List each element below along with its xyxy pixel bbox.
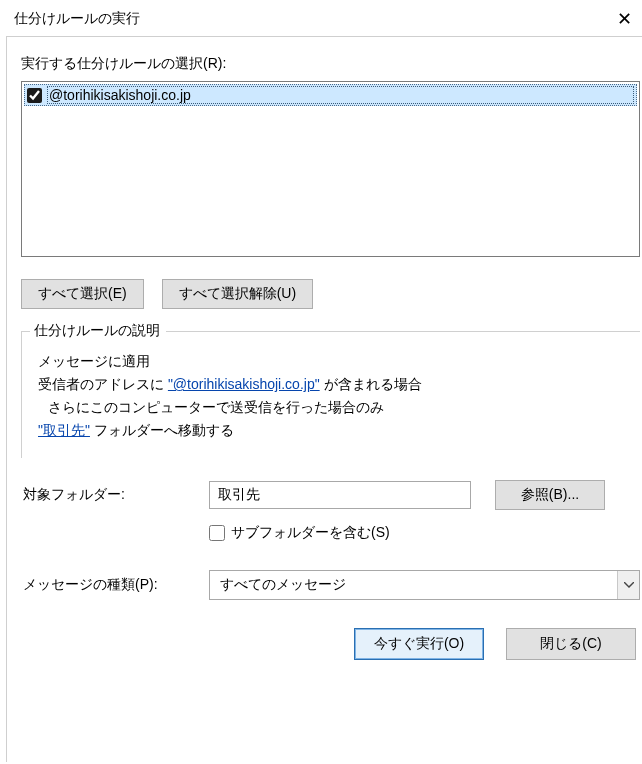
rule-description-group: 仕分けルールの説明 メッセージに適用 受信者のアドレスに "@torihikis… [21, 331, 640, 458]
rule-checkbox[interactable] [27, 88, 42, 103]
close-button[interactable]: 閉じる(C) [506, 628, 636, 660]
rule-item[interactable]: @torihikisakishoji.co.jp [24, 84, 637, 106]
browse-button[interactable]: 参照(B)... [495, 480, 605, 510]
rule-description-title: 仕分けルールの説明 [30, 322, 166, 340]
close-icon[interactable]: ✕ [602, 10, 632, 28]
desc-folder-link[interactable]: "取引先" [38, 422, 90, 438]
message-type-label: メッセージの種類(P): [21, 576, 209, 594]
desc-line3: さらにこのコンピューターで送受信を行った場合のみ [38, 396, 630, 419]
select-buttons-row: すべて選択(E) すべて選択解除(U) [21, 279, 640, 309]
desc-line2-post: が含まれる場合 [320, 376, 422, 392]
target-folder-label: 対象フォルダー: [21, 486, 209, 504]
desc-line2-pre: 受信者のアドレスに [38, 376, 168, 392]
rule-description-text: メッセージに適用 受信者のアドレスに "@torihikisakishoji.c… [22, 350, 640, 448]
deselect-all-button[interactable]: すべて選択解除(U) [162, 279, 313, 309]
select-all-button[interactable]: すべて選択(E) [21, 279, 144, 309]
subfolder-row: サブフォルダーを含む(S) [209, 524, 640, 542]
desc-address-link[interactable]: "@torihikisakishoji.co.jp" [168, 376, 320, 392]
footer-buttons: 今すぐ実行(O) 閉じる(C) [21, 628, 640, 660]
dialog-title: 仕分けルールの実行 [14, 10, 140, 28]
rule-name[interactable]: @torihikisakishoji.co.jp [47, 86, 634, 104]
desc-line4-post: フォルダーへ移動する [90, 422, 234, 438]
subfolder-label[interactable]: サブフォルダーを含む(S) [231, 524, 390, 542]
message-type-row: メッセージの種類(P): すべてのメッセージ [21, 570, 640, 600]
run-now-button[interactable]: 今すぐ実行(O) [354, 628, 484, 660]
desc-line1: メッセージに適用 [38, 353, 150, 369]
message-type-value: すべてのメッセージ [210, 571, 617, 599]
dialog-content: 実行する仕分けルールの選択(R): @torihikisakishoji.co.… [6, 36, 642, 762]
target-folder-input[interactable] [209, 481, 471, 509]
target-folder-row: 対象フォルダー: 参照(B)... [21, 480, 640, 510]
message-type-select[interactable]: すべてのメッセージ [209, 570, 640, 600]
subfolder-checkbox[interactable] [209, 525, 225, 541]
chevron-down-icon[interactable] [617, 571, 639, 599]
rules-listbox[interactable]: @torihikisakishoji.co.jp [21, 81, 640, 257]
rule-select-label: 実行する仕分けルールの選択(R): [21, 55, 640, 73]
titlebar: 仕分けルールの実行 ✕ [0, 0, 642, 34]
